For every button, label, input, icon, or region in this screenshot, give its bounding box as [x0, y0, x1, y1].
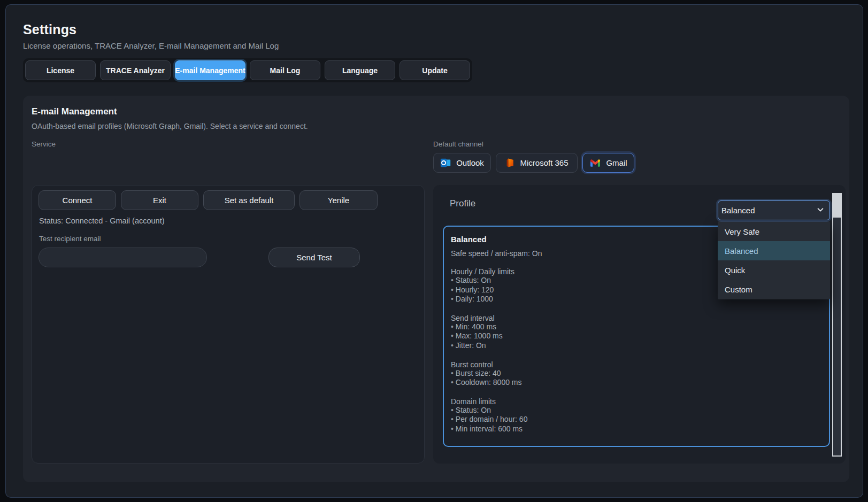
settings-window: Settings License operations, TRACE Analy…	[5, 4, 863, 498]
page-title: Settings	[23, 22, 76, 37]
detail-item: Per domain / hour: 60	[451, 415, 820, 424]
option-balanced[interactable]: Balanced	[718, 241, 830, 260]
channel-gmail-button[interactable]: Gmail	[582, 153, 634, 173]
profile-dropdown-menu: Very Safe Balanced Quick Custom	[718, 221, 830, 299]
detail-item: Jitter: On	[451, 341, 820, 351]
channel-microsoft365-button[interactable]: Microsoft 365	[496, 153, 578, 173]
detail-heading: Send interval	[451, 314, 820, 322]
profile-label: Profile	[450, 198, 475, 209]
detail-section-domain-limits: Domain limits Status: On Per domain / ho…	[451, 397, 820, 434]
channel-outlook-label: Outlook	[456, 158, 484, 167]
channel-outlook-button[interactable]: Outlook	[433, 153, 491, 173]
refresh-button[interactable]: Yenile	[299, 190, 378, 210]
detail-item: Cooldown: 8000 ms	[451, 378, 820, 388]
email-management-card: E-mail Management OAuth-based email prof…	[23, 96, 849, 482]
set-as-default-button[interactable]: Set as default	[203, 190, 295, 210]
option-custom[interactable]: Custom	[718, 280, 830, 299]
gmail-icon	[589, 158, 601, 168]
send-test-button[interactable]: Send Test	[268, 248, 360, 267]
detail-item: Status: On	[451, 406, 820, 415]
connection-status: Status: Connected - Gmail (account)	[39, 217, 165, 225]
test-recipient-label: Test recipient email	[39, 235, 101, 243]
connect-button[interactable]: Connect	[39, 190, 116, 210]
detail-item: Min interval: 600 ms	[451, 424, 820, 434]
tab-update[interactable]: Update	[400, 60, 470, 80]
settings-tabbar: License TRACE Analyzer E-mail Management…	[23, 58, 472, 82]
page-subtitle: License operations, TRACE Analyzer, E-ma…	[23, 41, 279, 50]
option-quick[interactable]: Quick	[718, 260, 830, 280]
outlook-icon	[440, 157, 451, 168]
detail-heading: Domain limits	[451, 397, 820, 406]
detail-item: Max: 1000 ms	[451, 331, 820, 341]
service-label: Service	[32, 140, 56, 148]
section-title: E-mail Management	[32, 106, 117, 117]
section-subtitle: OAuth-based email profiles (Microsoft Gr…	[32, 122, 308, 130]
channel-gmail-label: Gmail	[606, 158, 627, 167]
service-panel: Connect Exit Set as default Yenile Statu…	[32, 185, 425, 464]
detail-item: Min: 400 ms	[451, 322, 820, 332]
default-channel-label: Default channel	[433, 140, 483, 148]
tab-trace-analyzer[interactable]: TRACE Analyzer	[100, 60, 171, 80]
detail-section-send-interval: Send interval Min: 400 ms Max: 1000 ms J…	[451, 314, 820, 351]
channel-microsoft365-label: Microsoft 365	[520, 158, 568, 167]
exit-button[interactable]: Exit	[121, 190, 198, 210]
profile-select-value: Balanced	[721, 206, 755, 215]
service-actions: Connect Exit Set as default Yenile	[39, 190, 378, 210]
option-very-safe[interactable]: Very Safe	[718, 222, 830, 241]
tab-email-management[interactable]: E-mail Management	[175, 60, 245, 80]
microsoft365-icon	[505, 157, 515, 168]
profile-scrollbar[interactable]	[832, 193, 842, 457]
tab-license[interactable]: License	[25, 60, 96, 80]
detail-section-burst-control: Burst control Burst size: 40 Cooldown: 8…	[451, 360, 820, 388]
profile-scrollbar-thumb[interactable]	[833, 194, 841, 218]
tab-language[interactable]: Language	[325, 60, 395, 80]
default-channel-group: Outlook Microsoft 365	[433, 153, 634, 173]
profile-panel: Profile Balanced Very Safe Balanced Quic…	[433, 185, 846, 464]
tab-mail-log[interactable]: Mail Log	[250, 60, 320, 80]
test-recipient-input[interactable]	[39, 248, 207, 267]
chevron-down-icon	[817, 206, 824, 215]
detail-heading: Burst control	[451, 360, 820, 369]
detail-item: Burst size: 40	[451, 369, 820, 379]
profile-select[interactable]: Balanced	[718, 200, 830, 220]
